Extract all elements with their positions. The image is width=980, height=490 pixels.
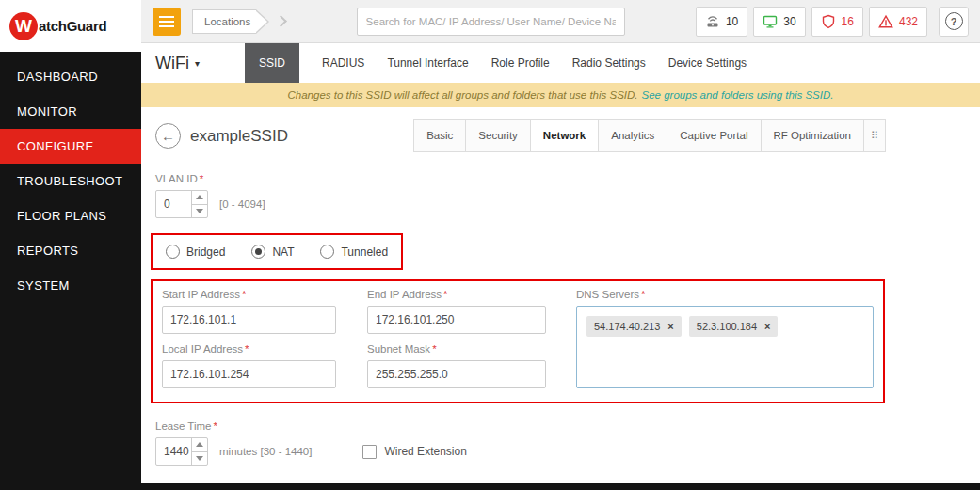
security-counter[interactable]: 16 — [811, 7, 863, 37]
radio-bridged[interactable]: Bridged — [166, 245, 225, 259]
end-ip-input[interactable] — [367, 306, 546, 334]
security-count: 16 — [842, 15, 854, 28]
banner-link[interactable]: See groups and folders using this SSID. — [642, 89, 834, 101]
tab-ssid[interactable]: SSID — [245, 43, 299, 83]
dns-servers-field: DNS Servers* 54.174.40.213 × 52.3.100.18… — [576, 289, 874, 388]
tab-network[interactable]: Network — [530, 119, 599, 152]
lease-time-stepper[interactable] — [155, 437, 208, 466]
required-asterisk: * — [242, 289, 246, 300]
triangle-down-icon — [196, 456, 203, 461]
radio-nat[interactable]: NAT — [251, 245, 294, 259]
dns-chip-value: 52.3.100.184 — [697, 321, 757, 332]
sidebar-item-reports[interactable]: REPORTS — [0, 233, 141, 268]
tab-basic[interactable]: Basic — [413, 119, 466, 152]
local-ip-field: Local IP Address* — [162, 343, 367, 388]
access-points-counter[interactable]: 10 — [696, 7, 747, 37]
required-asterisk: * — [200, 173, 203, 184]
help-icon: ? — [945, 12, 963, 30]
remove-chip-icon[interactable]: × — [667, 321, 673, 332]
status-counters: 10 30 16 — [696, 7, 927, 37]
ssid-detail-tabs: Basic Security Network Analytics Captive… — [414, 119, 886, 152]
topbar: Locations 10 — [141, 0, 980, 43]
tab-rf-optimization[interactable]: RF Optimization — [761, 119, 864, 152]
annotation-box-network-mode: Bridged NAT Tunneled — [151, 233, 403, 270]
more-options-icon: ⠿ — [871, 130, 878, 141]
radio-circle-icon — [320, 245, 334, 259]
clients-monitor-icon — [763, 14, 778, 29]
wired-extension-label: Wired Extension — [384, 445, 466, 458]
tab-analytics[interactable]: Analytics — [598, 119, 667, 152]
dns-servers-input[interactable]: 54.174.40.213 × 52.3.100.184 × — [576, 306, 874, 388]
search-input[interactable] — [357, 8, 625, 36]
tab-tunnel-interface[interactable]: Tunnel Interface — [387, 56, 468, 70]
vlan-id-input[interactable] — [156, 191, 191, 217]
sidebar-item-dashboard[interactable]: DASHBOARD — [0, 59, 141, 94]
watchguard-logo-text: atchGuard — [39, 18, 106, 34]
radio-nat-label: NAT — [272, 245, 294, 259]
breadcrumb-locations[interactable]: Locations — [192, 9, 256, 34]
required-asterisk: * — [443, 289, 447, 300]
radio-bridged-label: Bridged — [186, 245, 225, 259]
radio-tunneled[interactable]: Tunneled — [320, 245, 388, 259]
sidebar-item-system[interactable]: SYSTEM — [0, 268, 141, 303]
access-points-icon — [705, 14, 720, 29]
wired-extension-field[interactable]: Wired Extension — [362, 445, 466, 459]
window-bottom-edge — [0, 483, 980, 490]
tab-device-settings[interactable]: Device Settings — [668, 56, 747, 70]
required-asterisk: * — [432, 343, 436, 355]
radio-circle-icon — [166, 245, 180, 259]
radio-tunneled-label: Tunneled — [341, 245, 388, 259]
stepper-up-button[interactable] — [192, 438, 207, 452]
tab-radio-settings[interactable]: Radio Settings — [572, 56, 646, 70]
content-area: ← exampleSSID Basic Security Network Ana… — [141, 107, 980, 490]
start-ip-label: Start IP Address — [162, 289, 240, 300]
content-header: ← exampleSSID Basic Security Network Ana… — [155, 119, 966, 152]
module-selector-wifi[interactable]: WiFi ▾ — [155, 54, 200, 73]
hamburger-menu-button[interactable] — [153, 8, 181, 36]
sidebar-item-monitor[interactable]: MONITOR — [0, 94, 141, 129]
banner-text: Changes to this SSID will affect all gro… — [288, 89, 638, 101]
module-tabs-row: WiFi ▾ SSID RADIUS Tunnel Interface Role… — [141, 43, 980, 83]
lease-time-field: Lease Time* minutes [30 - 1440] Wired Ex… — [155, 420, 966, 466]
tab-security[interactable]: Security — [465, 119, 531, 152]
main-area: Locations 10 — [141, 0, 980, 490]
security-shield-icon — [821, 14, 836, 29]
subnet-mask-input[interactable] — [367, 360, 546, 388]
dns-servers-label: DNS Servers — [576, 289, 639, 300]
back-button[interactable]: ← — [155, 123, 181, 149]
page-title: exampleSSID — [190, 127, 288, 146]
alerts-count: 432 — [899, 15, 918, 28]
checkbox-unchecked-icon[interactable] — [362, 445, 377, 459]
stepper-up-button[interactable] — [192, 191, 207, 205]
vlan-id-range-hint: [0 - 4094] — [219, 198, 265, 210]
end-ip-label: End IP Address — [367, 289, 442, 300]
start-ip-field: Start IP Address* — [162, 289, 367, 334]
vlan-id-label: VLAN ID* — [155, 173, 966, 184]
breadcrumb-chevron-icon — [275, 15, 287, 27]
chevron-down-icon: ▾ — [195, 58, 200, 69]
start-ip-input[interactable] — [162, 306, 336, 334]
vlan-id-field: VLAN ID* [0 - 4094] — [155, 173, 966, 218]
more-options-button[interactable]: ⠿ — [863, 119, 886, 152]
tab-role-profile[interactable]: Role Profile — [491, 56, 550, 70]
remove-chip-icon[interactable]: × — [764, 321, 770, 332]
vlan-id-stepper[interactable] — [155, 190, 208, 218]
local-ip-label: Local IP Address — [162, 343, 243, 355]
sidebar-item-troubleshoot[interactable]: TROUBLESHOOT — [0, 164, 141, 198]
tab-captive-portal[interactable]: Captive Portal — [667, 119, 761, 152]
lease-time-range-hint: minutes [30 - 1440] — [219, 446, 312, 457]
triangle-up-icon — [196, 442, 203, 447]
sidebar-item-floor-plans[interactable]: FLOOR PLANS — [0, 198, 141, 233]
dns-chip-value: 54.174.40.213 — [594, 321, 660, 332]
stepper-down-button[interactable] — [192, 205, 207, 218]
local-ip-input[interactable] — [162, 360, 336, 388]
alerts-counter[interactable]: 432 — [869, 7, 927, 37]
help-button[interactable]: ? — [939, 7, 969, 37]
tab-radius[interactable]: RADIUS — [322, 56, 364, 70]
app-window: W atchGuard DASHBOARD MONITOR CONFIGURE … — [0, 0, 980, 490]
lease-time-input[interactable] — [156, 438, 191, 465]
clients-counter[interactable]: 30 — [753, 7, 805, 37]
sidebar-nav: DASHBOARD MONITOR CONFIGURE TROUBLESHOOT… — [0, 59, 141, 303]
sidebar-item-configure[interactable]: CONFIGURE — [0, 129, 141, 164]
stepper-down-button[interactable] — [192, 452, 207, 466]
